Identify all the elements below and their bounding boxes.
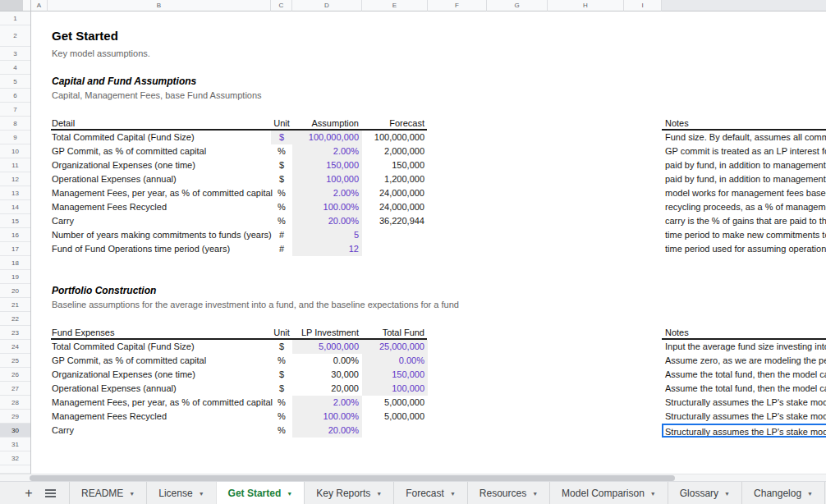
cell-assumption[interactable]: 150,000 bbox=[292, 158, 362, 172]
cell-forecast[interactable]: 24,000,000 bbox=[362, 186, 428, 200]
cell-unit[interactable]: % bbox=[271, 186, 292, 200]
row-header[interactable]: 31 bbox=[0, 438, 30, 451]
row-header[interactable]: 4 bbox=[0, 61, 30, 75]
row-header[interactable]: 32 bbox=[0, 451, 30, 465]
all-sheets-button[interactable] bbox=[39, 482, 61, 504]
row-header[interactable]: 26 bbox=[0, 368, 30, 382]
row-header[interactable]: 7 bbox=[0, 103, 30, 117]
row-header[interactable]: 19 bbox=[0, 270, 30, 284]
cell-detail[interactable]: Management Fees, per year, as % of commi… bbox=[52, 186, 273, 200]
cell-note[interactable]: paid by fund, in addition to management … bbox=[662, 172, 826, 186]
cell-lp-investment[interactable]: 20,000 bbox=[292, 382, 362, 396]
cell-total-fund[interactable]: 150,000 bbox=[362, 368, 428, 382]
row-header[interactable]: 30 bbox=[0, 424, 30, 438]
column-header[interactable]: H bbox=[548, 0, 624, 11]
cell-detail[interactable]: Carry bbox=[52, 214, 74, 228]
row-header[interactable]: 18 bbox=[0, 256, 30, 270]
row-header[interactable]: 2 bbox=[0, 25, 30, 47]
cell-forecast[interactable]: 36,220,944 bbox=[362, 214, 428, 228]
row-header[interactable] bbox=[0, 465, 30, 474]
cell-note[interactable]: Assume zero, as we are modeling the perf… bbox=[662, 354, 826, 368]
column-header[interactable]: D bbox=[292, 0, 362, 11]
cell-assumption[interactable]: 12 bbox=[292, 242, 362, 256]
column-header[interactable]: F bbox=[428, 0, 487, 11]
column-header[interactable]: C bbox=[271, 0, 292, 11]
cell-assumption[interactable]: 100,000 bbox=[292, 172, 362, 186]
cell-unit[interactable]: $ bbox=[271, 172, 292, 186]
cell-note[interactable]: Input the average fund size investing in… bbox=[662, 340, 826, 354]
cell-forecast[interactable]: 150,000 bbox=[362, 158, 428, 172]
page-title[interactable]: Get Started bbox=[52, 25, 118, 47]
cell-assumption[interactable]: 20.00% bbox=[292, 214, 362, 228]
cell-note[interactable]: time period to make new commitments to f… bbox=[662, 228, 826, 242]
cell-assumption[interactable]: 2.00% bbox=[292, 186, 362, 200]
cell-total-fund[interactable]: 0.00% bbox=[362, 354, 428, 368]
grid-canvas[interactable]: Get Started Key model assumptions. Capit… bbox=[32, 11, 826, 474]
cell-detail[interactable]: Total Commited Capital (Fund Size) bbox=[52, 131, 195, 144]
cell-total-fund[interactable]: 5,000,000 bbox=[362, 410, 428, 424]
tab-glossary[interactable]: Glossary▼ bbox=[668, 482, 741, 504]
cell-lp-investment[interactable]: 20.00% bbox=[292, 424, 362, 438]
cell-detail[interactable]: GP Commit, as % of committed capital bbox=[52, 144, 206, 158]
row-header[interactable]: 22 bbox=[0, 312, 30, 326]
cell-forecast[interactable]: 2,000,000 bbox=[362, 144, 428, 158]
row-header[interactable]: 8 bbox=[0, 117, 30, 131]
cell-unit[interactable]: $ bbox=[271, 368, 292, 382]
cell-note[interactable]: paid by fund, in addition to management … bbox=[662, 158, 826, 172]
add-sheet-button[interactable]: + bbox=[18, 482, 39, 504]
cell-detail[interactable]: Management Fees Recycled bbox=[52, 200, 167, 214]
row-header[interactable]: 6 bbox=[0, 89, 30, 103]
cell-note[interactable]: GP commit is treated as an LP interest f… bbox=[662, 144, 826, 158]
cell-detail[interactable]: GP Commit, as % of committed capital bbox=[52, 354, 206, 368]
row-header[interactable]: 12 bbox=[0, 172, 30, 186]
cell-detail[interactable]: Operational Expenses (annual) bbox=[52, 172, 177, 186]
cell-note[interactable]: Assume the total fund, then the model ca… bbox=[662, 382, 826, 396]
column-header[interactable]: G bbox=[487, 0, 548, 11]
tab-forecast[interactable]: Forecast▼ bbox=[393, 482, 467, 504]
cell-note[interactable]: time period used for assuming operationa… bbox=[662, 242, 826, 256]
row-header[interactable]: 1 bbox=[0, 11, 30, 25]
row-header[interactable]: 21 bbox=[0, 298, 30, 312]
tab-model-comparison[interactable]: Model Comparison▼ bbox=[549, 482, 668, 504]
cell-unit[interactable]: % bbox=[271, 424, 292, 438]
cell-forecast[interactable] bbox=[362, 228, 428, 242]
column-header[interactable]: I bbox=[624, 0, 662, 11]
cell-total-fund[interactable]: 100,000 bbox=[362, 382, 428, 396]
row-header[interactable]: 11 bbox=[0, 158, 30, 172]
select-all-corner[interactable] bbox=[0, 0, 31, 11]
cell-note[interactable]: model works for management fees based on… bbox=[662, 186, 826, 200]
tab-resources[interactable]: Resources▼ bbox=[467, 482, 549, 504]
row-header[interactable]: 16 bbox=[0, 228, 30, 242]
cell-detail[interactable]: Management Fees Recycled bbox=[52, 410, 167, 424]
cell-detail[interactable]: Number of years making commitments to fu… bbox=[52, 228, 272, 242]
row-header[interactable]: 17 bbox=[0, 242, 30, 256]
cell-note[interactable]: recycling proceeds, as a % of management… bbox=[662, 200, 826, 214]
cell-unit[interactable]: $ bbox=[271, 340, 292, 354]
cell-detail[interactable]: Organizational Expenses (one time) bbox=[52, 368, 195, 382]
cell-assumption[interactable]: 100,000,000 bbox=[292, 131, 362, 144]
row-header[interactable]: 28 bbox=[0, 396, 30, 410]
section1-subtitle[interactable]: Capital, Management Fees, base Fund Assu… bbox=[52, 89, 262, 103]
cell-forecast[interactable] bbox=[362, 242, 428, 256]
cell-unit[interactable]: $ bbox=[271, 158, 292, 172]
cell-assumption[interactable]: 2.00% bbox=[292, 144, 362, 158]
row-header[interactable]: 5 bbox=[0, 75, 30, 89]
cell-detail[interactable]: Organizational Expenses (one time) bbox=[52, 158, 195, 172]
cell-total-fund[interactable]: 25,000,000 bbox=[362, 340, 428, 354]
row-header[interactable]: 24 bbox=[0, 340, 30, 354]
row-header[interactable]: 10 bbox=[0, 144, 30, 158]
cell-unit[interactable]: % bbox=[271, 214, 292, 228]
tab-get-started[interactable]: Get Started▼ bbox=[216, 482, 305, 504]
cell-lp-investment[interactable]: 30,000 bbox=[292, 368, 362, 382]
column-header[interactable]: A bbox=[31, 0, 48, 11]
cell-note[interactable]: Fund size. By default, assumes all commi… bbox=[662, 131, 826, 144]
row-header[interactable]: 25 bbox=[0, 354, 30, 368]
cell-detail[interactable]: Management Fees, per year, as % of commi… bbox=[52, 396, 273, 410]
tab-key-reports[interactable]: Key Reports▼ bbox=[304, 482, 393, 504]
cell-forecast[interactable]: 100,000,000 bbox=[362, 131, 428, 144]
cell-total-fund[interactable]: 5,000,000 bbox=[362, 396, 428, 410]
cell-unit[interactable]: # bbox=[271, 242, 292, 256]
cell-detail[interactable]: Total Commited Capital (Fund Size) bbox=[52, 340, 195, 354]
page-subtitle[interactable]: Key model assumptions. bbox=[52, 47, 150, 61]
horizontal-scrollbar-thumb[interactable] bbox=[30, 475, 675, 481]
